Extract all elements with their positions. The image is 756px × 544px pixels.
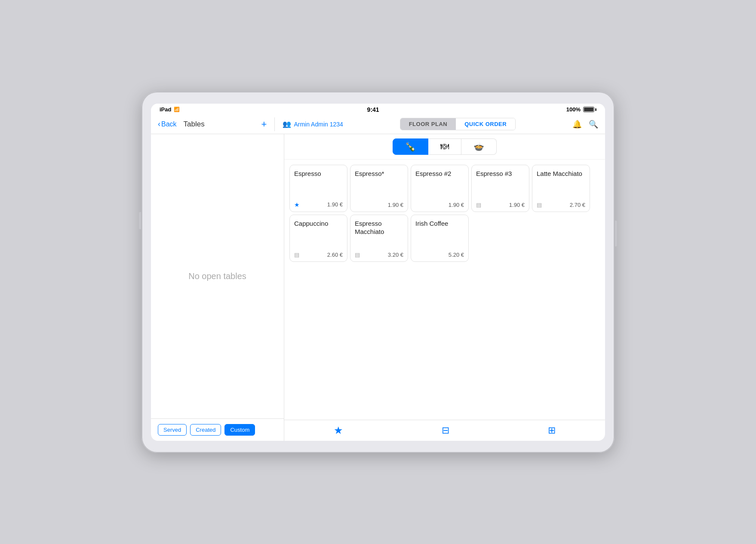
- product-price: 1.90 €: [509, 202, 525, 208]
- filter-created[interactable]: Created: [190, 424, 221, 436]
- cat-tab-cover[interactable]: 🍲: [461, 138, 497, 155]
- user-info: 👥 Armin Admin 1234: [283, 120, 343, 128]
- product-name: Espresso #2: [415, 169, 464, 178]
- filter-bar: Served Created Custom: [151, 418, 284, 441]
- product-name: Espresso*: [355, 169, 403, 178]
- product-card-espresso-2[interactable]: Espresso #2 1.90 €: [411, 165, 469, 212]
- product-card-espresso[interactable]: Espresso ★ 1.90 €: [289, 165, 347, 212]
- product-card-cappuccino[interactable]: Cappuccino ▤ 2.60 €: [289, 215, 347, 262]
- product-grid: Espresso ★ 1.90 € Espresso* 1.90 €: [284, 160, 605, 420]
- drinks-icon: 🍾: [405, 141, 416, 152]
- product-bottom: ▤ 3.20 €: [355, 252, 403, 258]
- battery-percent: 100%: [566, 106, 581, 113]
- product-price: 2.60 €: [327, 252, 343, 258]
- product-card-irish-coffee[interactable]: Irish Coffee 5.20 €: [411, 215, 469, 262]
- nav-title: Tables: [184, 120, 205, 129]
- wifi-icon: 📶: [174, 107, 180, 112]
- user-name: Armin Admin 1234: [294, 121, 343, 128]
- cat-tab-drinks[interactable]: 🍾: [393, 138, 428, 155]
- food-icon: 🍽: [440, 141, 449, 151]
- product-card-espresso-star[interactable]: Espresso* 1.90 €: [350, 165, 408, 212]
- favorites-icon[interactable]: ★: [334, 424, 343, 436]
- side-button-left: [139, 212, 141, 229]
- nav-bar: ‹ Back Tables + 👥 Armin Admin 1234 FLOOR…: [151, 115, 605, 134]
- status-time: 9:41: [367, 106, 379, 113]
- product-bottom: ▤ 2.70 €: [537, 202, 585, 208]
- product-price: 2.70 €: [570, 202, 585, 208]
- product-bottom: 1.90 €: [415, 202, 464, 208]
- status-bar: iPad 📶 9:41 100%: [151, 104, 605, 115]
- status-left: iPad 📶: [160, 106, 180, 113]
- product-price: 5.20 €: [449, 252, 464, 258]
- status-right: 100%: [566, 106, 596, 113]
- filter-served[interactable]: Served: [158, 424, 187, 436]
- device-label: iPad: [160, 106, 171, 113]
- grid-icon[interactable]: ⊞: [548, 425, 556, 436]
- battery-fill: [584, 108, 593, 111]
- product-card-latte[interactable]: Latte Macchiato ▤ 2.70 €: [532, 165, 590, 212]
- product-card-espresso-3[interactable]: Espresso #3 ▤ 1.90 €: [471, 165, 529, 212]
- product-name: Espresso: [294, 169, 343, 178]
- right-panel: 🍾 🍽 🍲 Espresso ★ 1.90 €: [284, 134, 605, 441]
- main-content: No open tables Served Created Custom 🍾 🍽: [151, 134, 605, 441]
- side-button-right: [615, 221, 617, 246]
- user-icon: 👥: [283, 120, 291, 128]
- nav-divider: [274, 117, 275, 131]
- product-name: Cappuccino: [294, 219, 343, 228]
- product-name: Espresso #3: [476, 169, 525, 178]
- left-panel: No open tables Served Created Custom: [151, 134, 284, 441]
- product-price: 1.90 €: [449, 202, 464, 208]
- product-name: Irish Coffee: [415, 219, 464, 228]
- product-bottom: 5.20 €: [415, 252, 464, 258]
- ipad-screen: iPad 📶 9:41 100% ‹ Back Tables +: [151, 104, 605, 441]
- ipad-frame: iPad 📶 9:41 100% ‹ Back Tables +: [141, 92, 615, 453]
- product-bottom: 1.90 €: [355, 202, 403, 208]
- tab-floor-plan[interactable]: FLOOR PLAN: [400, 118, 456, 130]
- back-button[interactable]: ‹ Back: [158, 120, 177, 129]
- back-chevron-icon: ‹: [158, 120, 160, 129]
- battery-bar: [583, 107, 596, 112]
- product-name: Espresso Macchiato: [355, 219, 403, 236]
- product-modifier-icon: ▤: [294, 252, 299, 258]
- filter-custom[interactable]: Custom: [224, 424, 255, 436]
- product-card-espresso-macchiato[interactable]: Espresso Macchiato ▤ 3.20 €: [350, 215, 408, 262]
- product-modifier-icon: ▤: [355, 252, 360, 258]
- tab-quick-order[interactable]: QUICK ORDER: [456, 118, 515, 130]
- product-favorite-icon: ★: [294, 201, 300, 208]
- battery-tip: [595, 108, 596, 111]
- product-modifier-icon: ▤: [476, 202, 481, 208]
- product-price: 3.20 €: [388, 252, 403, 258]
- category-tabs: 🍾 🍽 🍲: [284, 134, 605, 160]
- product-price: 1.90 €: [327, 201, 343, 208]
- product-price: 1.90 €: [388, 202, 403, 208]
- product-bottom: ▤ 2.60 €: [294, 252, 343, 258]
- notification-icon[interactable]: 🔔: [572, 120, 582, 129]
- back-label: Back: [161, 120, 177, 128]
- product-name: Latte Macchiato: [537, 169, 585, 178]
- cover-icon: 🍲: [473, 141, 484, 152]
- product-modifier-icon: ▤: [537, 202, 542, 208]
- cat-tab-food[interactable]: 🍽: [428, 138, 461, 155]
- battery-body: [583, 107, 594, 112]
- view-tabs: FLOOR PLAN QUICK ORDER: [400, 118, 516, 130]
- nav-icons: 🔔 🔍: [572, 120, 598, 129]
- product-bottom: ★ 1.90 €: [294, 201, 343, 208]
- calculator-icon[interactable]: ⊟: [442, 425, 449, 436]
- add-button[interactable]: +: [261, 119, 267, 130]
- product-bottom: ▤ 1.90 €: [476, 202, 525, 208]
- empty-tables-message: No open tables: [151, 134, 284, 418]
- search-icon[interactable]: 🔍: [589, 120, 598, 129]
- right-bottom-bar: ★ ⊟ ⊞: [284, 420, 605, 441]
